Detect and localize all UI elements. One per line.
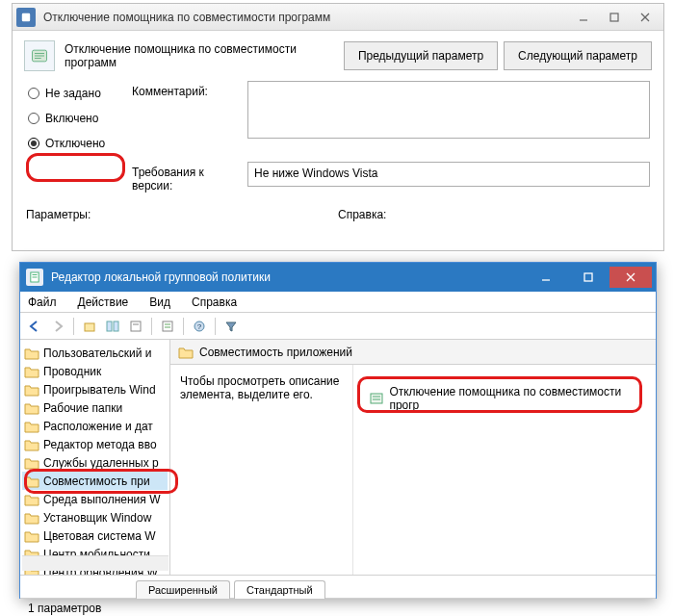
tree-item-label: Проигрыватель Wind	[43, 383, 156, 397]
close-button[interactable]	[631, 7, 660, 28]
svg-rect-0	[22, 13, 30, 20]
tree-item[interactable]: Расположение и дат	[22, 417, 168, 435]
tree-item-label: Расположение и дат	[43, 420, 153, 433]
radio-enabled[interactable]: Включено	[28, 106, 132, 131]
parameters-label: Параметры:	[26, 208, 338, 221]
gp-menubar: Файл Действие Вид Справка	[20, 292, 656, 313]
list-item[interactable]: Отключение помощника по совместимости пр…	[365, 388, 648, 409]
toolbar-filter-button[interactable]	[220, 316, 242, 337]
gp-toolbar: ?	[20, 313, 656, 340]
radio-circle-icon	[28, 88, 39, 99]
tab-extended[interactable]: Расширенный	[136, 580, 230, 599]
menu-file[interactable]: Файл	[24, 294, 61, 311]
gpedit-window: Редактор локальной групповой политики Фа…	[19, 262, 657, 599]
requirements-field: Не ниже Windows Vista	[247, 162, 650, 187]
tree-item-label: Проводник	[43, 365, 101, 378]
tree-item[interactable]: Редактор метода вво	[22, 435, 168, 453]
next-setting-button[interactable]: Следующий параметр	[504, 41, 652, 70]
minimize-button[interactable]	[569, 7, 598, 28]
help-label: Справка:	[338, 208, 386, 221]
setting-icon	[369, 391, 383, 406]
svg-rect-16	[85, 323, 94, 331]
gpedit-titlebar[interactable]: Редактор локальной групповой политики	[20, 263, 656, 292]
folder-icon	[24, 365, 39, 378]
policy-settings-window: Отключение помощника по совместимости пр…	[12, 3, 664, 251]
requirements-label: Требования к версии:	[132, 162, 247, 192]
nav-back-button[interactable]	[24, 316, 45, 337]
tab-standard[interactable]: Стандартный	[234, 580, 325, 599]
policy-window-titlebar[interactable]: Отключение помощника по совместимости пр…	[13, 4, 663, 31]
menu-help[interactable]: Справка	[188, 294, 241, 311]
menu-view[interactable]: Вид	[145, 294, 174, 311]
radio-label: Отключено	[45, 137, 105, 150]
toolbar-properties-button[interactable]	[157, 316, 178, 337]
svg-rect-18	[114, 321, 118, 331]
svg-rect-19	[131, 321, 141, 331]
tree-item[interactable]: Проигрыватель Wind	[22, 380, 168, 398]
folder-icon	[24, 346, 39, 360]
svg-rect-13	[584, 273, 592, 281]
radio-circle-icon	[28, 113, 39, 124]
prev-setting-button[interactable]: Предыдущий параметр	[344, 41, 498, 70]
gp-minimize-button[interactable]	[525, 267, 567, 288]
tree-item-label: Рабочие папки	[43, 401, 122, 415]
gp-close-button[interactable]	[609, 267, 652, 288]
folder-icon	[24, 383, 39, 397]
gp-statusbar: 1 параметров	[20, 598, 656, 616]
tree-item[interactable]: Установщик Window	[22, 508, 168, 526]
policy-window-title: Отключение помощника по совместимости пр…	[43, 11, 567, 24]
radio-not-configured[interactable]: Не задано	[28, 81, 132, 106]
tree-item[interactable]: Среда выполнения W	[22, 490, 168, 508]
tree-item[interactable]: Совместимость при	[22, 472, 168, 490]
tree-item[interactable]: Рабочие папки	[22, 398, 168, 417]
tree-item-label: Пользовательский и	[43, 346, 152, 360]
tree-item[interactable]: Цветовая система W	[22, 526, 168, 545]
policy-icon	[24, 40, 55, 71]
toolbar-show-hide-button[interactable]	[102, 316, 123, 337]
gp-maximize-button[interactable]	[567, 267, 609, 288]
tree-item[interactable]: Пользовательский и	[22, 344, 168, 362]
policy-header-row: Отключение помощника по совместимости пр…	[13, 31, 663, 81]
radio-label: Включено	[45, 112, 98, 125]
tree-item-label: Цветовая система W	[43, 529, 156, 543]
tree-item-label: Совместимость при	[43, 475, 150, 488]
toolbar-up-button[interactable]	[79, 316, 100, 337]
folder-icon	[24, 475, 39, 488]
radio-label: Не задано	[45, 87, 101, 100]
nav-forward-button[interactable]	[47, 316, 68, 337]
tree-item-label: Редактор метода вво	[43, 438, 157, 451]
tree-scrollbar[interactable]	[22, 555, 168, 571]
policy-window-icon	[16, 8, 36, 27]
tree-item[interactable]: Проводник	[22, 362, 168, 380]
detail-heading: Совместимость приложений	[199, 346, 352, 359]
svg-text:?: ?	[197, 322, 202, 331]
folder-icon	[24, 401, 39, 415]
folder-icon	[24, 511, 39, 525]
radio-disabled[interactable]: Отключено	[28, 131, 132, 156]
gpedit-title: Редактор локальной групповой политики	[51, 270, 525, 284]
toolbar-export-button[interactable]	[125, 316, 146, 337]
svg-rect-2	[610, 13, 618, 21]
gp-tree-pane[interactable]: Пользовательский иПроводникПроигрыватель…	[20, 340, 170, 575]
svg-rect-26	[371, 394, 382, 403]
description-hint: Чтобы просмотреть описание элемента, выд…	[170, 365, 353, 575]
toolbar-help-button[interactable]: ?	[189, 316, 210, 337]
folder-icon	[24, 493, 39, 506]
folder-icon	[24, 456, 39, 470]
maximize-button[interactable]	[600, 7, 629, 28]
folder-icon	[178, 346, 194, 359]
gpedit-icon	[26, 269, 43, 286]
gp-detail-pane: Совместимость приложений Чтобы просмотре…	[170, 340, 656, 575]
radio-group: Не задано Включено Отключено	[26, 81, 132, 156]
svg-rect-17	[107, 321, 112, 331]
folder-icon	[24, 529, 39, 543]
status-text: 1 параметров	[28, 602, 101, 615]
folder-icon	[24, 420, 39, 433]
tree-item[interactable]: Службы удаленных р	[22, 453, 168, 472]
list-item-label: Отключение помощника по совместимости пр…	[389, 385, 644, 412]
settings-list-pane[interactable]: Отключение помощника по совместимости пр…	[353, 365, 656, 575]
menu-action[interactable]: Действие	[74, 294, 133, 311]
comment-label: Комментарий:	[132, 81, 247, 98]
comment-field[interactable]	[247, 81, 650, 139]
tree-item-label: Среда выполнения W	[43, 493, 160, 506]
